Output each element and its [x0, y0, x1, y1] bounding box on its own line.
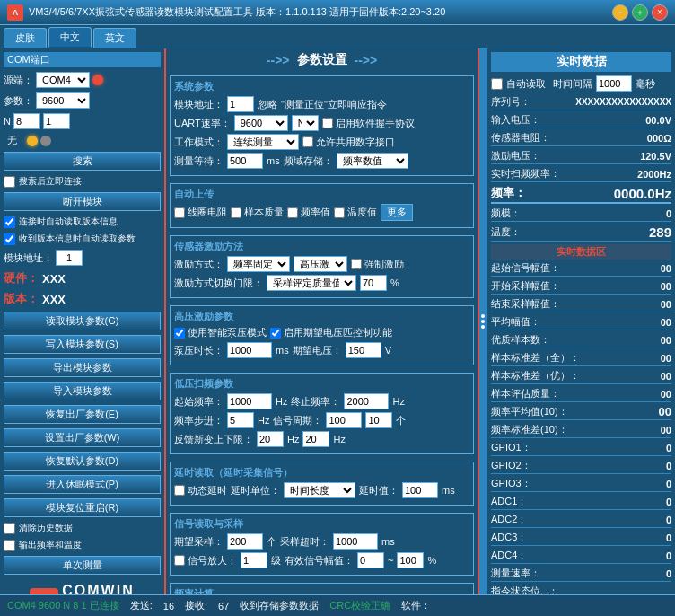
- signal-low-checkbox[interactable]: [174, 555, 185, 566]
- more-upload-button[interactable]: 更多: [381, 204, 413, 221]
- sensor-excite-group: 传感器激励方法 激励方式： 频率固定 频率扫描 高压激励 低压激励 强制激励 激…: [170, 235, 474, 298]
- end-sample-label: 结束采样幅值：: [491, 297, 560, 311]
- module-reset-button[interactable]: 模块复位重启(R): [4, 498, 161, 517]
- force-excite-checkbox[interactable]: [351, 259, 362, 269]
- start-signal-row: 起始信号幅值： 00: [491, 261, 671, 277]
- handshake-checkbox[interactable]: [322, 118, 333, 128]
- divider-dot2: [481, 320, 485, 323]
- excite-voltage-select[interactable]: 高压激励 低压激励: [294, 256, 347, 272]
- minimize-button[interactable]: －: [612, 4, 628, 21]
- loop-resistance-checkbox[interactable]: [174, 207, 185, 218]
- module-addr-input[interactable]: [56, 250, 83, 266]
- feedback-high-input[interactable]: [302, 431, 329, 447]
- search-button[interactable]: 搜索: [4, 152, 161, 171]
- shared-digital-checkbox[interactable]: [302, 136, 313, 147]
- sensor-resistance-label: 传感器电阻：: [491, 131, 550, 145]
- no-row: 无: [4, 134, 161, 147]
- freq-step-label: 频率步进：: [174, 414, 224, 427]
- freq-store-select[interactable]: 频率数值: [337, 153, 408, 169]
- export-param-button[interactable]: 导出模块参数: [4, 358, 161, 377]
- gpio2-label: GPIO2：: [491, 459, 531, 472]
- smart-excite-checkbox[interactable]: [174, 328, 185, 339]
- stop-bits-input[interactable]: [43, 113, 70, 129]
- valid-amp-high-input[interactable]: [397, 552, 424, 568]
- single-measure-button[interactable]: 单次测量: [4, 556, 161, 575]
- sample-timeout-input[interactable]: [333, 533, 378, 550]
- freq-avg10-value: 00: [659, 405, 671, 418]
- avg-amplitude-value: 00: [661, 317, 671, 328]
- freq-rate-checkbox[interactable]: [287, 207, 298, 218]
- signal-low-cb: 信号放大：: [174, 554, 237, 568]
- auto-connect-row: 搜索后立即连接: [4, 175, 161, 188]
- disconnect-button[interactable]: 断开模块: [4, 192, 161, 211]
- auto-connect-checkbox[interactable]: [4, 176, 15, 188]
- auto-delay-checkbox[interactable]: [174, 485, 185, 496]
- delay-value-input[interactable]: [402, 482, 438, 498]
- shared-digital-label: 允许共用数字接口: [316, 136, 395, 149]
- clear-history-checkbox[interactable]: [4, 523, 15, 534]
- export-freq-checkbox[interactable]: [4, 540, 15, 551]
- data-bits-input[interactable]: [13, 113, 40, 129]
- end-freq-input[interactable]: [344, 393, 389, 409]
- excite-switch-select[interactable]: 采样评定质量值: [267, 275, 356, 291]
- time-interval-input[interactable]: [596, 75, 632, 92]
- signal-low-input[interactable]: [241, 552, 267, 568]
- pump-time-input[interactable]: [227, 342, 272, 358]
- maximize-button[interactable]: ＋: [632, 4, 648, 21]
- freq-step-input[interactable]: [227, 412, 254, 428]
- scroll-divider[interactable]: [479, 48, 487, 594]
- n2-select[interactable]: N: [292, 115, 319, 131]
- period-voltage-input[interactable]: [346, 342, 381, 358]
- expect-sample-input[interactable]: [227, 533, 263, 550]
- module-addr-param-input[interactable]: [227, 96, 254, 112]
- divider-dot3: [481, 325, 485, 329]
- read-param-button[interactable]: 读取模块参数(G): [4, 312, 161, 330]
- excite-method-select[interactable]: 频率固定 频率扫描: [227, 256, 290, 272]
- set-factory-button[interactable]: 设置出厂参数(W): [4, 428, 161, 447]
- temp-value: 289: [649, 224, 671, 240]
- avg-amplitude-row: 平均幅值： 00: [491, 315, 671, 330]
- signal-period-input2[interactable]: [365, 412, 392, 428]
- write-param-button[interactable]: 写入模块参数(S): [4, 335, 161, 354]
- tilde: ~: [388, 555, 393, 566]
- valid-amp-low-input[interactable]: [357, 552, 384, 568]
- delay-unit-select[interactable]: 时间长度: [284, 482, 355, 498]
- work-mode-select[interactable]: 连续测量 单次测量: [227, 134, 299, 150]
- measure-wait-input[interactable]: [227, 153, 263, 169]
- period-voltage-checkbox[interactable]: [270, 328, 281, 339]
- tab-skin[interactable]: 皮肤: [4, 28, 47, 48]
- close-button[interactable]: ×: [652, 4, 668, 21]
- tab-english[interactable]: 英文: [93, 28, 136, 48]
- adc1-row: ADC1： 0: [491, 495, 671, 510]
- std-all-value: 00: [661, 353, 671, 364]
- excite-method-row: 激励方式： 频率固定 频率扫描 高压激励 低压激励 强制激励: [174, 256, 469, 272]
- fetch-default-button[interactable]: 恢复默认参数(D): [4, 452, 161, 471]
- feedback-low-input[interactable]: [257, 431, 284, 447]
- adc4-value: 0: [666, 550, 671, 561]
- sys-params-group: 系统参数 模块地址： 忽略 "测量正位"立即响应指令 UART速率： 9600 …: [170, 75, 474, 176]
- import-param-button[interactable]: 导入模块参数: [4, 382, 161, 400]
- sample-quality-checkbox[interactable]: [231, 207, 241, 218]
- firmware-value: XXX: [42, 293, 66, 306]
- period-voltage-cb: 启用期望电压匹控制功能: [270, 326, 392, 339]
- tab-chinese[interactable]: 中文: [48, 27, 92, 48]
- status-bar: COM4 9600 N 8 1 已连接 发送: 16 接收: 67 收到存储参数…: [0, 594, 675, 616]
- auto-read-version-checkbox[interactable]: [4, 216, 15, 228]
- avg-amplitude-label: 平均幅值：: [491, 315, 540, 329]
- auto-read-checkbox[interactable]: [491, 78, 503, 90]
- excite-threshold-input[interactable]: [360, 275, 387, 291]
- port-select[interactable]: COM4 COM1 COM2 COM3: [36, 72, 90, 88]
- recv-param-checkbox[interactable]: [4, 233, 15, 245]
- restore-factory-button[interactable]: 恢复出厂参数(E): [4, 405, 161, 424]
- logo-comwin: COMWIN: [62, 583, 134, 594]
- software-label: 软件：: [401, 599, 431, 612]
- signal-period-input1[interactable]: [326, 412, 362, 428]
- baud-select[interactable]: 9600 115200 19200: [36, 92, 90, 109]
- title-text: VM3/4/5/6/7XX振弦式传感器读数模块测试配置工具 版本：1.1.0.1…: [29, 5, 612, 19]
- uart-select[interactable]: 9600 115200: [234, 115, 288, 131]
- temp-checkbox[interactable]: [334, 207, 345, 218]
- gpio1-label: GPIO1：: [491, 441, 531, 454]
- start-freq-input[interactable]: [227, 393, 272, 409]
- enter-sleep-button[interactable]: 进入休眠模式(P): [4, 475, 161, 494]
- adc1-label: ADC1：: [491, 495, 527, 508]
